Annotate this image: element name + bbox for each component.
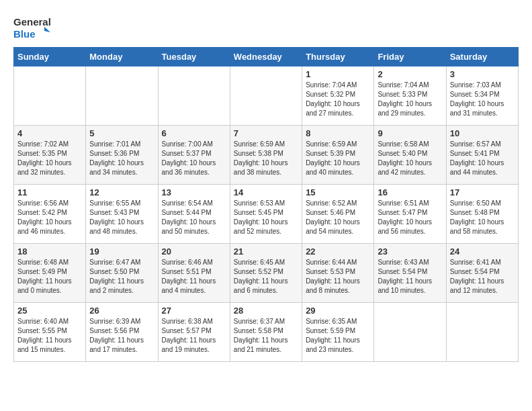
day-number: 15	[306, 187, 370, 197]
calendar-week-5: 25Sunrise: 6:40 AM Sunset: 5:55 PM Dayli…	[14, 303, 519, 362]
calendar-cell: 20Sunrise: 6:46 AM Sunset: 5:51 PM Dayli…	[158, 244, 230, 303]
calendar-cell: 1Sunrise: 7:04 AM Sunset: 5:32 PM Daylig…	[302, 66, 374, 126]
day-number: 19	[89, 246, 154, 257]
day-number: 14	[234, 187, 298, 197]
calendar-cell: 27Sunrise: 6:38 AM Sunset: 5:57 PM Dayli…	[158, 303, 230, 362]
calendar-cell: 28Sunrise: 6:37 AM Sunset: 5:58 PM Dayli…	[230, 303, 302, 362]
calendar-cell: 23Sunrise: 6:43 AM Sunset: 5:54 PM Dayli…	[374, 244, 446, 303]
day-detail: Sunrise: 6:41 AM Sunset: 5:54 PM Dayligh…	[450, 258, 515, 295]
day-detail: Sunrise: 7:01 AM Sunset: 5:36 PM Dayligh…	[89, 140, 154, 177]
calendar-cell	[446, 303, 518, 362]
day-number: 13	[162, 187, 226, 197]
calendar-cell: 8Sunrise: 6:59 AM Sunset: 5:39 PM Daylig…	[302, 126, 374, 185]
day-detail: Sunrise: 6:47 AM Sunset: 5:50 PM Dayligh…	[89, 258, 154, 295]
day-detail: Sunrise: 6:54 AM Sunset: 5:44 PM Dayligh…	[162, 199, 226, 236]
day-detail: Sunrise: 6:57 AM Sunset: 5:41 PM Dayligh…	[450, 140, 515, 177]
day-detail: Sunrise: 6:50 AM Sunset: 5:48 PM Dayligh…	[450, 199, 515, 236]
day-number: 4	[17, 128, 82, 138]
calendar-cell: 18Sunrise: 6:48 AM Sunset: 5:49 PM Dayli…	[14, 244, 86, 303]
svg-marker-2	[44, 27, 50, 32]
header-cell-monday: Monday	[86, 48, 158, 66]
day-number: 10	[450, 128, 515, 138]
day-number: 12	[89, 187, 154, 197]
day-detail: Sunrise: 7:04 AM Sunset: 5:32 PM Dayligh…	[306, 81, 370, 118]
day-number: 20	[162, 246, 226, 257]
day-number: 22	[306, 246, 370, 257]
day-number: 2	[378, 69, 442, 79]
day-detail: Sunrise: 6:38 AM Sunset: 5:57 PM Dayligh…	[162, 317, 226, 355]
header-cell-sunday: Sunday	[14, 48, 86, 66]
header: GeneralBlue	[13, 10, 519, 40]
logo: GeneralBlue	[13, 13, 54, 40]
day-number: 29	[306, 306, 370, 316]
day-detail: Sunrise: 6:40 AM Sunset: 5:55 PM Dayligh…	[17, 317, 82, 355]
calendar-cell: 7Sunrise: 6:59 AM Sunset: 5:38 PM Daylig…	[230, 126, 302, 185]
day-detail: Sunrise: 6:43 AM Sunset: 5:54 PM Dayligh…	[378, 258, 442, 295]
calendar-cell: 10Sunrise: 6:57 AM Sunset: 5:41 PM Dayli…	[446, 126, 518, 185]
day-detail: Sunrise: 6:51 AM Sunset: 5:47 PM Dayligh…	[378, 199, 442, 236]
calendar-cell: 16Sunrise: 6:51 AM Sunset: 5:47 PM Dayli…	[374, 185, 446, 244]
day-number: 7	[234, 128, 298, 138]
calendar-cell: 29Sunrise: 6:35 AM Sunset: 5:59 PM Dayli…	[302, 303, 374, 362]
calendar-header-row: SundayMondayTuesdayWednesdayThursdayFrid…	[14, 48, 519, 66]
day-number: 1	[306, 69, 370, 79]
header-cell-tuesday: Tuesday	[158, 48, 230, 66]
header-cell-friday: Friday	[374, 48, 446, 66]
day-detail: Sunrise: 6:39 AM Sunset: 5:56 PM Dayligh…	[89, 317, 154, 355]
calendar-week-3: 11Sunrise: 6:56 AM Sunset: 5:42 PM Dayli…	[14, 185, 519, 244]
day-number: 18	[17, 246, 82, 257]
calendar-cell	[158, 66, 230, 126]
day-number: 11	[17, 187, 82, 197]
day-number: 3	[450, 69, 515, 79]
calendar-cell: 5Sunrise: 7:01 AM Sunset: 5:36 PM Daylig…	[86, 126, 158, 185]
header-cell-saturday: Saturday	[446, 48, 518, 66]
calendar-cell	[14, 66, 86, 126]
day-number: 16	[378, 187, 442, 197]
calendar-cell: 14Sunrise: 6:53 AM Sunset: 5:45 PM Dayli…	[230, 185, 302, 244]
calendar-table: SundayMondayTuesdayWednesdayThursdayFrid…	[13, 47, 519, 362]
day-detail: Sunrise: 6:45 AM Sunset: 5:52 PM Dayligh…	[234, 258, 298, 295]
svg-text:Blue: Blue	[13, 28, 36, 40]
svg-text:General: General	[13, 16, 51, 28]
day-detail: Sunrise: 6:52 AM Sunset: 5:46 PM Dayligh…	[306, 199, 370, 236]
day-number: 28	[234, 306, 298, 316]
day-number: 27	[162, 306, 226, 316]
day-detail: Sunrise: 6:55 AM Sunset: 5:43 PM Dayligh…	[89, 199, 154, 236]
calendar-cell: 13Sunrise: 6:54 AM Sunset: 5:44 PM Dayli…	[158, 185, 230, 244]
calendar-cell	[86, 66, 158, 126]
logo-svg: GeneralBlue	[13, 13, 54, 40]
day-detail: Sunrise: 6:35 AM Sunset: 5:59 PM Dayligh…	[306, 317, 370, 355]
calendar-cell: 11Sunrise: 6:56 AM Sunset: 5:42 PM Dayli…	[14, 185, 86, 244]
day-number: 5	[89, 128, 154, 138]
day-number: 9	[378, 128, 442, 138]
calendar-cell: 2Sunrise: 7:04 AM Sunset: 5:33 PM Daylig…	[374, 66, 446, 126]
day-detail: Sunrise: 6:53 AM Sunset: 5:45 PM Dayligh…	[234, 199, 298, 236]
day-detail: Sunrise: 6:46 AM Sunset: 5:51 PM Dayligh…	[162, 258, 226, 295]
header-cell-thursday: Thursday	[302, 48, 374, 66]
day-detail: Sunrise: 6:56 AM Sunset: 5:42 PM Dayligh…	[17, 199, 82, 236]
calendar-cell	[230, 66, 302, 126]
day-detail: Sunrise: 6:37 AM Sunset: 5:58 PM Dayligh…	[234, 317, 298, 355]
day-detail: Sunrise: 6:48 AM Sunset: 5:49 PM Dayligh…	[17, 258, 82, 295]
day-number: 25	[17, 306, 82, 316]
calendar-cell: 15Sunrise: 6:52 AM Sunset: 5:46 PM Dayli…	[302, 185, 374, 244]
day-number: 21	[234, 246, 298, 257]
day-detail: Sunrise: 7:02 AM Sunset: 5:35 PM Dayligh…	[17, 140, 82, 177]
day-number: 23	[378, 246, 442, 257]
day-detail: Sunrise: 6:58 AM Sunset: 5:40 PM Dayligh…	[378, 140, 442, 177]
day-detail: Sunrise: 7:00 AM Sunset: 5:37 PM Dayligh…	[162, 140, 226, 177]
calendar-cell: 25Sunrise: 6:40 AM Sunset: 5:55 PM Dayli…	[14, 303, 86, 362]
calendar-week-2: 4Sunrise: 7:02 AM Sunset: 5:35 PM Daylig…	[14, 126, 519, 185]
calendar-cell: 21Sunrise: 6:45 AM Sunset: 5:52 PM Dayli…	[230, 244, 302, 303]
day-number: 8	[306, 128, 370, 138]
day-detail: Sunrise: 6:59 AM Sunset: 5:38 PM Dayligh…	[234, 140, 298, 177]
calendar-cell: 4Sunrise: 7:02 AM Sunset: 5:35 PM Daylig…	[14, 126, 86, 185]
calendar-cell: 26Sunrise: 6:39 AM Sunset: 5:56 PM Dayli…	[86, 303, 158, 362]
calendar-cell: 17Sunrise: 6:50 AM Sunset: 5:48 PM Dayli…	[446, 185, 518, 244]
day-detail: Sunrise: 7:04 AM Sunset: 5:33 PM Dayligh…	[378, 81, 442, 118]
day-number: 6	[162, 128, 226, 138]
header-cell-wednesday: Wednesday	[230, 48, 302, 66]
day-detail: Sunrise: 7:03 AM Sunset: 5:34 PM Dayligh…	[450, 81, 515, 118]
day-detail: Sunrise: 6:59 AM Sunset: 5:39 PM Dayligh…	[306, 140, 370, 177]
day-number: 17	[450, 187, 515, 197]
